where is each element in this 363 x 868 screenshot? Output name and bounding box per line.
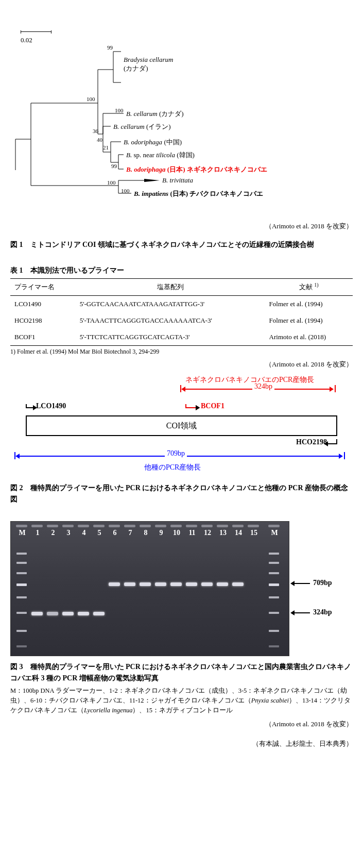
bootstrap-b: 100 <box>87 96 95 102</box>
lane-label: 15 <box>247 529 261 537</box>
phylo-tree: 0.02 <box>10 10 353 216</box>
gel-image: M 1 2 3 4 5 6 7 8 9 10 11 12 13 14 15 M <box>10 521 353 656</box>
authors: （有本誠、上杉龍士、日本典秀） <box>10 739 353 748</box>
label-709: 709bp <box>313 579 332 587</box>
lane-label: M <box>267 529 282 537</box>
table1-footnote: 1) Folmer et al. (1994) Mol Mar Biol Bio… <box>10 348 353 356</box>
band-709 <box>232 582 244 586</box>
lco-arrow <box>26 407 33 408</box>
bootstrap-g: 99 <box>111 163 117 169</box>
lco-label: LCO1490 <box>36 402 66 410</box>
th-seq: 塩基配列 <box>76 279 265 295</box>
lane-label: 4 <box>77 529 91 537</box>
pcr-diagram: ネギネクロバネキノコバエのPCR産物長 324bp LCO1490 BCOF1 … <box>10 385 353 477</box>
band-709 <box>201 582 213 586</box>
band-709 <box>124 582 135 586</box>
table1-attribution: （Arimoto et al. 2018 を改変） <box>10 360 353 369</box>
table-row: HCO2198 5'-TAAACTTCAGGGTGACCAAAAAATCA-3'… <box>10 312 353 329</box>
cell-seq: 5'-TTCTCATTCAGGTGCATCAGTA-3' <box>76 329 265 346</box>
lane-label: 6 <box>108 529 122 537</box>
band-709 <box>155 582 166 586</box>
bootstrap-d: 36 <box>93 128 98 134</box>
bootstrap-h: 100 <box>107 179 116 186</box>
cell-ref: Folmer et al. (1994) <box>265 295 353 312</box>
fig2-caption: 図 2 種特異的プライマーを用いた PCR におけるネギネクロバネキノコバエと他… <box>10 482 353 506</box>
band-324 <box>47 612 58 615</box>
lane-label: 2 <box>46 529 60 537</box>
fig3-attribution: （Arimoto et al. 2018 を改変） <box>10 720 353 729</box>
arrow-709 <box>295 583 310 584</box>
band-324 <box>93 612 105 615</box>
band-709 <box>109 582 120 586</box>
taxon-2: B. cellarum (カナダ) <box>126 109 184 119</box>
th-name: プライマー名 <box>10 279 76 295</box>
fig1-attribution: （Arimoto et al. 2018 を改変） <box>10 222 353 231</box>
bootstrap-c: 100 <box>115 107 124 113</box>
table-row: LCO1490 5'-GGTCAACAAATCATAAAGATATTGG-3' … <box>10 295 353 312</box>
fig1-caption: 図 1 ミトコンドリア COI 領域に基づくネギネクロバネキノコバエとその近縁種… <box>10 239 353 251</box>
red-len: 324bp <box>252 382 274 391</box>
taxon-8: B. impatiens (日本) チバクロバネキノコバエ <box>134 189 263 198</box>
lane-label: 12 <box>200 529 215 537</box>
hco-label: HCO2198 <box>296 438 327 446</box>
cell-name: BCOF1 <box>10 329 76 346</box>
band-709 <box>140 582 151 586</box>
primer-table: プライマー名 塩基配列 文献 1) LCO1490 5'-GGTCAACAAAT… <box>10 278 353 345</box>
band-324 <box>31 612 43 615</box>
taxon-6-highlight: B. odoriphaga (日本) ネギネクロバネキノコバエ <box>126 165 267 174</box>
label-324: 324bp <box>313 608 332 616</box>
coi-region: COI領域 <box>26 415 337 436</box>
th-ref: 文献 1) <box>265 279 353 295</box>
lane-label: 8 <box>139 529 153 537</box>
table-header-row: プライマー名 塩基配列 文献 1) <box>10 279 353 295</box>
blue-title: 他種のPCR産物長 <box>144 463 201 472</box>
collapsed-clade-icon <box>144 179 160 182</box>
red-title: ネギネクロバネキノコバエのPCR産物長 <box>185 375 314 385</box>
fig3-description: M：100bp DNA ラダーマーカー、1-2：ネギネクロバネキノコバエ（成虫）… <box>10 686 353 715</box>
cell-ref: Arimoto et al. (2018) <box>265 329 353 346</box>
cell-name: HCO2198 <box>10 312 76 329</box>
band-709 <box>186 582 197 586</box>
lane-label: M <box>15 529 29 537</box>
band-709 <box>217 582 228 586</box>
bootstrap-f: 21 <box>103 144 109 151</box>
band-324 <box>62 612 74 615</box>
taxon-1: Bradysia cellarum (カナダ) <box>124 56 173 73</box>
lane-label: 7 <box>123 529 137 537</box>
lane-label: 14 <box>231 529 246 537</box>
taxon-7: B. trivittata <box>162 176 193 185</box>
band-324 <box>78 612 89 615</box>
lane-label: 1 <box>30 529 45 537</box>
fig3-caption: 図 3 種特異的プライマーを用いた PCR におけるネギネクロバネキノコバエと国… <box>10 661 353 685</box>
cell-seq: 5'-TAAACTTCAGGGTGACCAAAAAATCA-3' <box>76 312 265 329</box>
bcof-label: BCOF1 <box>201 402 224 410</box>
band-709 <box>170 582 182 586</box>
arrow-324 <box>295 612 310 613</box>
lane-label: 5 <box>92 529 107 537</box>
lane-label: 13 <box>216 529 230 537</box>
table-row: BCOF1 5'-TTCTCATTCAGGTGCATCAGTA-3' Arimo… <box>10 329 353 346</box>
bootstrap-e: 40 <box>97 137 102 143</box>
lane-label: 9 <box>154 529 168 537</box>
bootstrap-a: 99 <box>107 44 113 51</box>
lane-label: 3 <box>61 529 76 537</box>
table1-caption: 表 1 本識別法で用いるプライマー <box>10 266 353 275</box>
taxon-3: B. cellarum (イラン) <box>113 122 171 131</box>
gel: M 1 2 3 4 5 6 7 8 9 10 11 12 13 14 15 M <box>10 521 289 656</box>
lane-label: 11 <box>185 529 199 537</box>
bootstrap-i: 100 <box>121 188 130 194</box>
taxon-5: B. sp. near tilicola (韓国) <box>126 151 195 160</box>
cell-ref: Folmer et al. (1994) <box>265 312 353 329</box>
lane-label: 10 <box>169 529 184 537</box>
cell-seq: 5'-GGTCAACAAATCATAAAGATATTGG-3' <box>76 295 265 312</box>
taxon-4: B. odoriphaga (中国) <box>124 138 182 147</box>
blue-len: 709bp <box>165 449 187 458</box>
cell-name: LCO1490 <box>10 295 76 312</box>
